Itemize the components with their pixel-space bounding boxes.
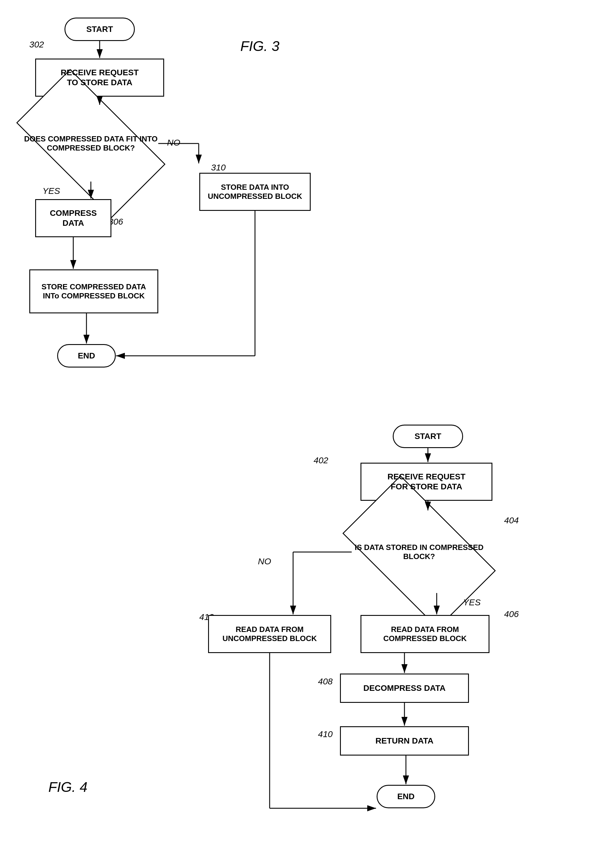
fig4-yes-label: YES [463,597,481,607]
diagram-container: FIG. 3 START 302 RECEIVE REQUEST TO STOR… [0,0,602,868]
fig4-label: FIG. 4 [48,779,88,795]
fig3-start: START [64,18,135,41]
label-410: 410 [318,729,333,739]
fig4-start: START [393,425,463,448]
label-402: 402 [313,455,328,465]
fig4-no-label: NO [258,556,271,566]
fig4-end: END [376,785,435,808]
fig4-return-data: RETURN DATA [340,726,469,756]
fig3-compress-data: COMPRESS DATA [35,199,111,237]
label-408: 408 [318,677,333,686]
label-302: 302 [29,40,44,49]
fig4-read-compressed: READ DATA FROM COMPRESSED BLOCK [361,615,490,653]
fig3-diamond-fit: DOES COMPRESSED DATA FIT INTO COMPRESSED… [23,106,158,182]
fig3-store-uncompressed: STORE DATA INTO UNCOMPRESSED BLOCK [199,173,311,211]
label-404: 404 [504,516,519,525]
fig4-read-uncompressed: READ DATA FROM UNCOMPRESSED BLOCK [208,615,331,653]
fig3-yes-label: YES [43,186,60,196]
fig3-no-label: NO [167,138,180,148]
fig3-store-compressed: STORE COMPRESSED DATA INTo COMPRESSED BL… [29,269,158,313]
fig3-end: END [57,344,116,367]
fig4-diamond-stored: IS DATA STORED IN COMPRESSED BLOCK? [352,511,487,593]
label-406: 406 [504,609,519,619]
fig3-label: FIG. 3 [240,38,280,54]
fig4-decompress: DECOMPRESS DATA [340,674,469,703]
label-310: 310 [211,162,226,173]
